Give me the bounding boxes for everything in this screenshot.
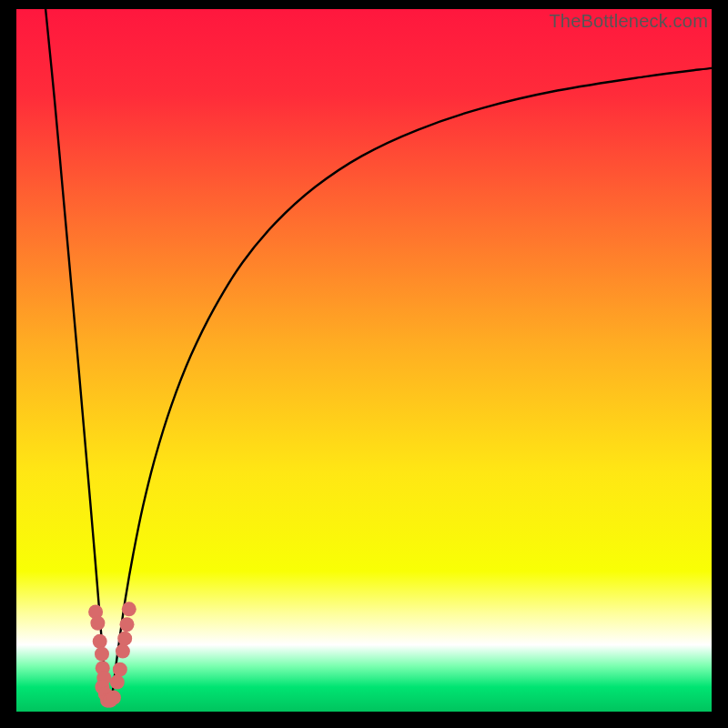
bottleneck-chart — [16, 9, 712, 712]
data-point — [93, 634, 107, 649]
data-point — [106, 691, 121, 705]
data-point — [119, 617, 134, 632]
data-point — [116, 644, 130, 659]
data-point — [90, 616, 105, 631]
gradient-background — [16, 9, 712, 712]
data-point — [110, 675, 125, 690]
data-point — [122, 602, 136, 616]
data-point — [117, 632, 132, 646]
data-point — [95, 647, 109, 662]
watermark-text: TheBottleneck.com — [549, 11, 708, 32]
data-point — [113, 662, 127, 677]
chart-frame — [16, 9, 712, 712]
